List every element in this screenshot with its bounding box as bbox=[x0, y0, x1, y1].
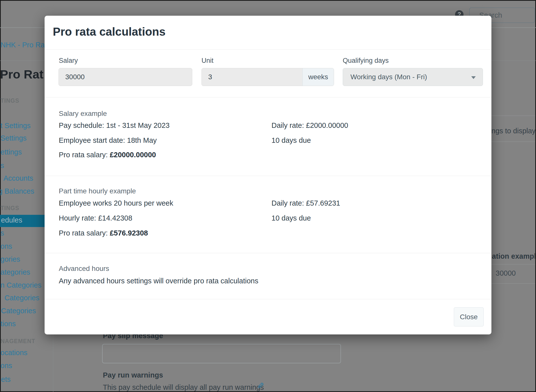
app-window: ? NHK - Pro Rata Pro Rat TINGSt Settings… bbox=[0, 0, 536, 392]
sidebar-item[interactable]: g Balances bbox=[0, 187, 34, 195]
unit-input-group: weeks bbox=[201, 68, 334, 86]
qualifying-days-select[interactable]: Working days (Mon - Fri) bbox=[343, 68, 483, 86]
prorata-table-cell: 30000 bbox=[496, 269, 516, 277]
modal-title: Pro rata calculations bbox=[53, 25, 166, 38]
sidebar-item[interactable]: Categories bbox=[4, 294, 39, 302]
payslip-message-input[interactable] bbox=[102, 344, 341, 363]
breadcrumb[interactable]: NHK - Pro Rata bbox=[0, 41, 51, 49]
section-divider-2 bbox=[45, 253, 491, 253]
sidebar-item[interactable]: ocations bbox=[0, 349, 27, 357]
unit-input[interactable] bbox=[202, 68, 302, 86]
qualifying-days-value: Working days (Mon - Fri) bbox=[343, 73, 427, 81]
part-time-days-due: 10 days due bbox=[271, 214, 311, 222]
sidebar-item[interactable]: ettings bbox=[0, 148, 22, 156]
close-button[interactable]: Close bbox=[454, 307, 484, 326]
sidebar-section-header: TINGS bbox=[0, 205, 19, 212]
salary-example-title: Salary example bbox=[59, 110, 107, 118]
sidebar-item[interactable]: tions bbox=[0, 320, 16, 328]
sidebar-item[interactable]: Settings bbox=[0, 134, 27, 142]
sidebar-item[interactable]: Categories bbox=[1, 307, 36, 315]
edit-pencil-icon[interactable]: ✎ bbox=[257, 381, 264, 391]
part-time-daily-rate: Daily rate: £57.69231 bbox=[271, 199, 340, 207]
prorata-table-header: ation example bbox=[492, 252, 536, 260]
sidebar-item[interactable]: t Settings bbox=[0, 122, 31, 130]
salary-example-line2: Employee start date: 18th May bbox=[59, 136, 157, 145]
prorata-value: £20000.00000 bbox=[110, 151, 156, 159]
page-title: Pro Rat bbox=[0, 67, 43, 81]
chevron-down-icon bbox=[471, 76, 476, 79]
sidebar-item[interactable]: gories bbox=[0, 255, 20, 263]
sidebar-item[interactable]: ons bbox=[0, 362, 12, 370]
payrun-warnings-text: This pay schedule will display all pay r… bbox=[103, 383, 264, 392]
salary-example-prorata: Pro rata salary: £20000.00000 bbox=[59, 151, 156, 159]
form-divider bbox=[45, 97, 491, 97]
sidebar-section-header: NAGEMENT bbox=[0, 338, 35, 345]
salary-input[interactable] bbox=[59, 68, 192, 86]
sidebar-item[interactable]: ets bbox=[1, 375, 11, 384]
part-time-line1: Employee works 20 hours per week bbox=[59, 199, 173, 207]
salary-example-line1: Pay schedule: 1st - 31st May 2023 bbox=[59, 121, 170, 130]
sidebar-item[interactable]: ons bbox=[0, 242, 12, 250]
unit-addon: weeks bbox=[302, 68, 334, 86]
sidebar-section-header: TINGS bbox=[0, 97, 19, 104]
modal-header-divider bbox=[45, 49, 491, 50]
warnings-panel-text: ngs to display bbox=[491, 127, 536, 135]
sidebar-item[interactable]: Accounts bbox=[3, 174, 33, 182]
unit-label: Unit bbox=[201, 57, 213, 65]
sidebar-item[interactable]: n Categories bbox=[0, 281, 41, 289]
prorata-label: Pro rata salary: bbox=[59, 229, 110, 237]
advanced-hours-text: Any advanced hours settings will overrid… bbox=[59, 277, 258, 285]
pro-rata-modal: Pro rata calculations Salary Unit weeks … bbox=[45, 16, 491, 334]
prorata-value: £576.92308 bbox=[110, 229, 148, 237]
part-time-example-title: Part time hourly example bbox=[59, 187, 136, 195]
salary-label: Salary bbox=[59, 57, 78, 65]
footer-divider bbox=[45, 299, 491, 299]
part-time-line2: Hourly rate: £14.42308 bbox=[59, 214, 132, 222]
section-divider-1 bbox=[45, 176, 491, 176]
advanced-hours-title: Advanced hours bbox=[59, 265, 109, 273]
part-time-prorata: Pro rata salary: £576.92308 bbox=[59, 229, 148, 237]
sidebar-item[interactable]: edules bbox=[1, 216, 22, 224]
salary-example-daily-rate: Daily rate: £2000.00000 bbox=[271, 121, 348, 130]
qualifying-days-label: Qualifying days bbox=[343, 57, 389, 65]
sidebar-item[interactable]: ategories bbox=[0, 268, 30, 276]
sidebar-item[interactable]: s bbox=[0, 161, 4, 170]
payrun-warnings-label: Pay run warnings bbox=[103, 371, 163, 379]
salary-example-days-due: 10 days due bbox=[271, 136, 311, 145]
prorata-label: Pro rata salary: bbox=[59, 151, 110, 159]
sidebar-item[interactable]: s bbox=[0, 229, 4, 237]
